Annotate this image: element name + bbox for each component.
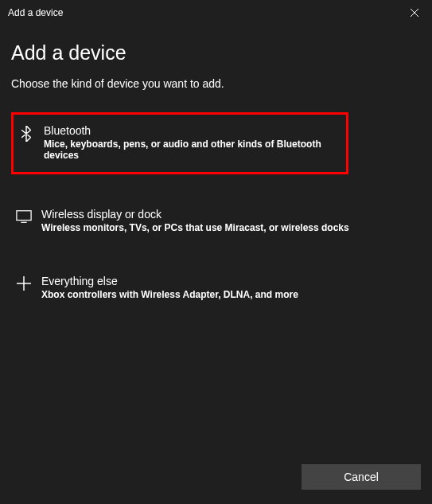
option-wireless-display[interactable]: Wireless display or dock Wireless monito… xyxy=(11,201,421,241)
cancel-button[interactable]: Cancel xyxy=(302,464,421,490)
close-icon xyxy=(411,9,418,17)
monitor-icon xyxy=(16,209,32,224)
close-button[interactable] xyxy=(396,0,432,25)
svg-rect-2 xyxy=(17,211,31,221)
plus-icon xyxy=(16,276,32,291)
option-title: Everything else xyxy=(41,275,416,287)
option-text: Wireless display or dock Wireless monito… xyxy=(41,208,416,233)
option-desc: Xbox controllers with Wireless Adapter, … xyxy=(41,289,416,300)
content: Add a device Choose the kind of device y… xyxy=(0,25,432,308)
option-title: Bluetooth xyxy=(44,124,341,137)
option-text: Everything else Xbox controllers with Wi… xyxy=(41,275,416,300)
titlebar: Add a device xyxy=(0,0,432,25)
option-text: Bluetooth Mice, keyboards, pens, or audi… xyxy=(44,124,341,161)
page-heading: Add a device xyxy=(11,41,421,64)
option-bluetooth[interactable]: Bluetooth Mice, keyboards, pens, or audi… xyxy=(11,112,348,174)
page-subheading: Choose the kind of device you want to ad… xyxy=(11,77,421,90)
option-desc: Wireless monitors, TVs, or PCs that use … xyxy=(41,222,416,233)
bluetooth-icon xyxy=(18,126,34,142)
footer: Cancel xyxy=(302,464,421,490)
option-everything-else[interactable]: Everything else Xbox controllers with Wi… xyxy=(11,268,421,308)
option-title: Wireless display or dock xyxy=(41,208,416,221)
titlebar-title: Add a device xyxy=(8,7,63,18)
option-list: Bluetooth Mice, keyboards, pens, or audi… xyxy=(11,112,421,308)
option-desc: Mice, keyboards, pens, or audio and othe… xyxy=(44,139,341,161)
